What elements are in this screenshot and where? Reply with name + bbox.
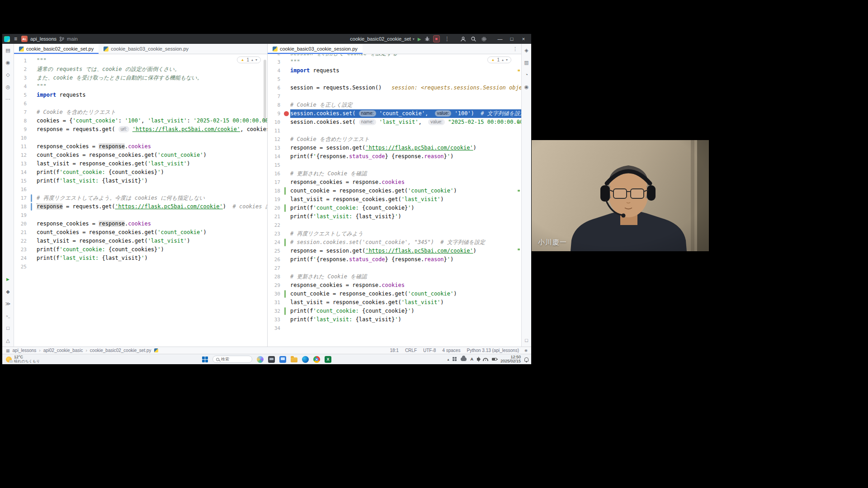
gutter[interactable] bbox=[283, 144, 290, 152]
gutter[interactable] bbox=[29, 194, 37, 202]
gutter[interactable] bbox=[283, 298, 290, 307]
gutter[interactable] bbox=[283, 204, 290, 212]
code-text[interactable]: """ bbox=[290, 58, 521, 66]
code-text[interactable]: response_cookies = response.cookies bbox=[290, 281, 521, 290]
line-number[interactable]: 20 bbox=[268, 204, 283, 212]
debug-tool-icon[interactable]: ◆ bbox=[4, 287, 12, 296]
more-options-icon[interactable]: ⋮ bbox=[443, 34, 451, 44]
code-text[interactable]: print(f'{response.status_code} {response… bbox=[290, 255, 521, 264]
more-tools-icon[interactable]: ⋯ bbox=[4, 95, 12, 103]
code-text[interactable]: import requests bbox=[37, 91, 267, 99]
file-explorer-icon[interactable] bbox=[291, 357, 297, 362]
line-number[interactable]: 8 bbox=[14, 117, 29, 125]
wifi-icon[interactable] bbox=[483, 358, 488, 361]
search-input[interactable] bbox=[221, 357, 245, 361]
gradle-tool-icon[interactable]: ◔ bbox=[523, 70, 531, 79]
tab-cookie-basic03[interactable]: cookie_basic03_cookie_session.py bbox=[99, 44, 193, 54]
structure-tool-icon[interactable]: ◇ bbox=[4, 70, 12, 79]
code-text[interactable] bbox=[290, 161, 521, 169]
line-number[interactable]: 10 bbox=[14, 134, 29, 142]
notification-center-icon[interactable] bbox=[524, 357, 528, 361]
status-item[interactable]: Python 3.13 (api_lessons) bbox=[467, 348, 519, 353]
code-text[interactable]: response = session.get('https://flask.pc… bbox=[290, 144, 521, 152]
code-line[interactable]: 8# Cookie を正しく設定 bbox=[268, 101, 521, 109]
line-number[interactable]: 23 bbox=[268, 230, 283, 238]
gutter[interactable] bbox=[283, 187, 290, 195]
code-line[interactable]: 24# session.cookies.set('count_cookie', … bbox=[268, 238, 521, 247]
code-text[interactable]: import requests bbox=[290, 66, 521, 75]
code-text[interactable]: response = session.get('https://flask.pc… bbox=[290, 247, 521, 255]
gutter[interactable] bbox=[29, 99, 37, 108]
gutter[interactable] bbox=[283, 178, 290, 187]
code-text[interactable]: # Cookie を含めたリクエスト bbox=[290, 135, 521, 144]
gutter[interactable] bbox=[283, 75, 290, 84]
line-number[interactable]: 18 bbox=[14, 202, 29, 211]
close-button[interactable]: × bbox=[518, 34, 529, 44]
line-number[interactable]: 12 bbox=[268, 135, 283, 144]
gutter[interactable] bbox=[29, 211, 37, 220]
search-icon[interactable] bbox=[471, 36, 476, 42]
code-line[interactable]: 22 bbox=[268, 221, 521, 230]
prev-problem-icon[interactable]: ▴ bbox=[251, 58, 253, 62]
code-line[interactable]: 14print(f'count_cookie: {count_cookies}'… bbox=[14, 168, 267, 177]
status-item[interactable]: UTF-8 bbox=[423, 348, 436, 353]
line-number[interactable]: 18 bbox=[268, 187, 283, 195]
code-line[interactable]: 33print(f'last_visit: {last_visit}') bbox=[268, 315, 521, 324]
gutter[interactable] bbox=[283, 212, 290, 221]
code-line[interactable]: 1""" bbox=[14, 56, 267, 65]
gutter[interactable] bbox=[283, 307, 290, 315]
line-number[interactable]: 6 bbox=[14, 99, 29, 108]
project-tool-icon[interactable]: ▤ bbox=[4, 46, 12, 54]
error-stripe-mark[interactable] bbox=[518, 70, 520, 71]
code-line[interactable]: 10 bbox=[14, 134, 267, 142]
line-number[interactable]: 25 bbox=[268, 247, 283, 255]
code-text[interactable] bbox=[37, 134, 267, 142]
gutter[interactable] bbox=[283, 324, 290, 333]
line-number[interactable]: 20 bbox=[14, 220, 29, 228]
next-problem-icon[interactable]: ▾ bbox=[506, 58, 508, 62]
line-number[interactable]: 4 bbox=[14, 82, 29, 91]
code-text[interactable]: print(f'{response.status_code} {response… bbox=[290, 152, 521, 161]
gutter[interactable] bbox=[29, 117, 37, 125]
terminal-tool-icon[interactable]: >_ bbox=[4, 312, 12, 320]
gutter[interactable] bbox=[29, 91, 37, 99]
code-text[interactable] bbox=[290, 221, 521, 230]
code-text[interactable]: print(f'count_cookie: {count_cookie}') bbox=[290, 204, 521, 212]
line-number[interactable]: 4 bbox=[268, 66, 283, 75]
line-number[interactable]: 33 bbox=[268, 315, 283, 324]
code-line[interactable]: 20print(f'count_cookie: {count_cookie}') bbox=[268, 204, 521, 212]
gutter[interactable] bbox=[283, 169, 290, 178]
gutter[interactable] bbox=[283, 290, 290, 298]
code-line[interactable]: 7# Cookie を含めたリクエスト bbox=[14, 108, 267, 117]
breadcrumb-item[interactable]: cookie_basic02_cookie_set.py bbox=[90, 348, 151, 353]
scrollbar-thumb[interactable] bbox=[264, 60, 266, 123]
line-number[interactable]: 2 bbox=[14, 65, 29, 74]
status-item[interactable]: 4 spaces bbox=[442, 348, 460, 353]
gutter[interactable] bbox=[29, 177, 37, 185]
database-tool-icon[interactable]: ▥ bbox=[523, 58, 531, 66]
battery-icon[interactable] bbox=[492, 358, 497, 361]
gutter[interactable] bbox=[283, 118, 290, 127]
error-stripe-mark[interactable] bbox=[518, 122, 520, 124]
code-line[interactable]: 4""" bbox=[14, 82, 267, 91]
weather-widget[interactable]: 12°C 晴れのちくもり bbox=[6, 355, 40, 363]
python-console-tool-icon[interactable]: ≫ bbox=[4, 300, 12, 308]
line-number[interactable]: 6 bbox=[268, 84, 283, 92]
system-app-icon[interactable] bbox=[279, 356, 286, 363]
line-number[interactable]: 11 bbox=[14, 142, 29, 151]
maximize-button[interactable]: □ bbox=[506, 34, 518, 44]
gutter[interactable] bbox=[29, 185, 37, 194]
line-number[interactable]: 23 bbox=[14, 245, 29, 254]
gutter[interactable] bbox=[29, 142, 37, 151]
error-stripe-mark[interactable] bbox=[518, 190, 520, 192]
gutter[interactable] bbox=[283, 281, 290, 290]
line-number[interactable]: 7 bbox=[14, 108, 29, 117]
notifications-icon[interactable]: ◉ bbox=[524, 348, 528, 352]
line-number[interactable]: 26 bbox=[268, 255, 283, 264]
excel-icon[interactable]: X bbox=[325, 356, 331, 363]
line-number[interactable]: 5 bbox=[14, 91, 29, 99]
debug-button[interactable] bbox=[425, 36, 430, 42]
code-text[interactable] bbox=[290, 127, 521, 135]
code-line[interactable]: 5 bbox=[268, 75, 521, 84]
gutter[interactable] bbox=[29, 74, 37, 82]
